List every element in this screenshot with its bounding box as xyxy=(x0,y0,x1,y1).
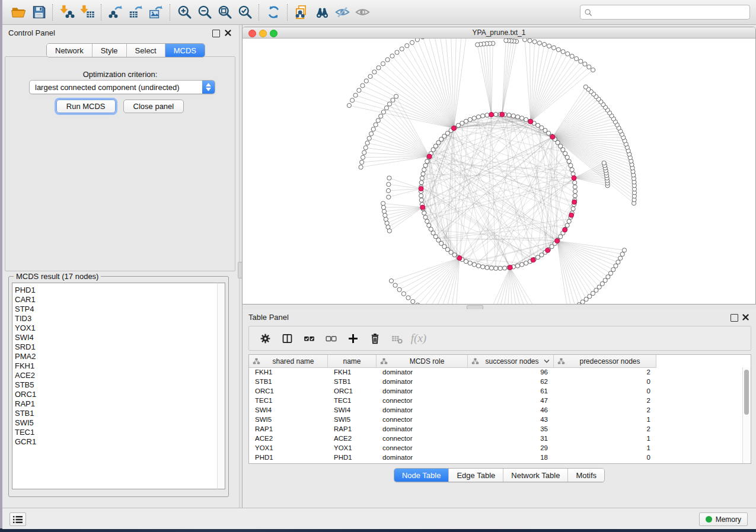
float-table-panel-icon[interactable] xyxy=(731,314,738,322)
zoom-out-icon[interactable] xyxy=(194,3,215,22)
mcds-result-item[interactable]: FKH1 xyxy=(15,361,217,371)
table-cell[interactable]: dominator xyxy=(377,378,468,385)
table-cell[interactable]: connector xyxy=(377,397,468,404)
column-header-name[interactable]: name xyxy=(328,355,377,367)
close-panel-button[interactable]: Close panel xyxy=(123,100,184,113)
table-cell[interactable]: dominator xyxy=(377,454,468,461)
network-canvas[interactable] xyxy=(243,39,755,305)
table-row[interactable]: STB1STB1dominator620 xyxy=(249,377,744,386)
tab-style[interactable]: Style xyxy=(92,44,127,57)
table-cell[interactable]: 62 xyxy=(468,378,554,385)
open-folder-icon[interactable] xyxy=(8,3,28,22)
mcds-result-item[interactable]: SRD1 xyxy=(15,342,217,352)
tab-network-table[interactable]: Network Table xyxy=(503,469,568,482)
column-header-successor-nodes[interactable]: successor nodes xyxy=(468,355,554,367)
table-cell[interactable]: 2 xyxy=(554,425,656,432)
table-cell[interactable]: ACE2 xyxy=(249,435,328,442)
tab-mcds[interactable]: MCDS xyxy=(165,44,205,57)
column-header-predecessor-nodes[interactable]: predecessor nodes xyxy=(554,355,656,367)
table-row[interactable]: TEC1TEC1connector472 xyxy=(249,396,744,405)
mcds-result-scrollbar[interactable] xyxy=(217,283,225,489)
tab-network[interactable]: Network xyxy=(47,44,92,57)
table-cell[interactable]: dominator xyxy=(377,425,468,432)
close-table-panel-icon[interactable] xyxy=(742,313,749,321)
table-cell[interactable]: 31 xyxy=(468,435,554,442)
table-cell[interactable]: 2 xyxy=(554,406,656,414)
table-cell[interactable]: STB1 xyxy=(328,378,377,385)
table-cell[interactable]: ORC1 xyxy=(328,387,377,395)
table-cell[interactable]: RAP1 xyxy=(328,425,377,432)
hide-selected-icon[interactable] xyxy=(332,3,352,22)
table-cell[interactable]: FKH1 xyxy=(249,368,328,376)
run-mcds-button[interactable]: Run MCDS xyxy=(56,100,116,113)
table-cell[interactable]: PHD1 xyxy=(249,454,328,461)
search-box[interactable] xyxy=(580,5,750,20)
table-cell[interactable]: 1 xyxy=(554,444,656,451)
zoom-selected-icon[interactable] xyxy=(235,3,255,22)
search-input[interactable] xyxy=(592,7,746,17)
table-cell[interactable]: 96 xyxy=(468,368,554,376)
table-cell[interactable]: 61 xyxy=(468,387,554,395)
table-cell[interactable]: 0 xyxy=(554,387,656,395)
tab-motifs[interactable]: Motifs xyxy=(568,469,604,482)
mcds-result-item[interactable]: TID3 xyxy=(15,314,217,323)
table-cell[interactable]: dominator xyxy=(377,368,468,376)
new-network-from-selection-icon[interactable] xyxy=(292,3,312,22)
table-cell[interactable]: 35 xyxy=(468,425,554,432)
table-cell[interactable]: connector xyxy=(377,435,468,442)
table-cell[interactable]: SWI4 xyxy=(249,406,328,414)
optimization-criterion-select[interactable]: largest connected component (undirected) xyxy=(29,80,215,94)
column-header-MCDS-role[interactable]: MCDS role xyxy=(377,355,468,367)
table-cell[interactable]: FKH1 xyxy=(328,368,377,376)
table-cell[interactable]: TEC1 xyxy=(249,397,328,404)
table-cell[interactable]: YOX1 xyxy=(249,444,328,451)
mcds-result-item[interactable]: SWI4 xyxy=(15,333,217,342)
mcds-result-item[interactable]: STB5 xyxy=(15,380,217,390)
table-cell[interactable]: 46 xyxy=(468,406,554,414)
close-panel-icon[interactable] xyxy=(224,28,232,36)
table-cell[interactable]: 18 xyxy=(468,454,554,461)
select-all-checkboxes-icon[interactable] xyxy=(300,329,318,347)
table-row[interactable]: PHD1PHD1dominator180 xyxy=(249,453,744,462)
deselect-all-checkboxes-icon[interactable] xyxy=(322,329,340,347)
mcds-result-item[interactable]: YOX1 xyxy=(15,323,217,333)
zoom-fit-icon[interactable] xyxy=(215,3,235,22)
delete-row-icon[interactable] xyxy=(366,329,384,347)
mcds-result-list[interactable]: PHD1CAR1STP4TID3YOX1SWI4SRD1PMA2FKH1ACE2… xyxy=(12,283,217,489)
table-cell[interactable]: 47 xyxy=(468,397,554,404)
mcds-result-item[interactable]: STB1 xyxy=(15,409,217,418)
table-cell[interactable]: 2 xyxy=(554,397,656,404)
table-cell[interactable]: 1 xyxy=(554,416,656,423)
export-network-icon[interactable] xyxy=(106,3,126,22)
table-cell[interactable]: PHD1 xyxy=(328,454,377,461)
export-image-icon[interactable] xyxy=(146,3,166,22)
table-cell[interactable]: STB1 xyxy=(249,378,328,385)
add-row-icon[interactable] xyxy=(344,329,362,347)
mcds-result-item[interactable]: CAR1 xyxy=(15,295,217,305)
table-cell[interactable]: connector xyxy=(377,444,468,451)
table-cell[interactable]: ACE2 xyxy=(328,435,377,442)
table-row[interactable]: YOX1YOX1connector291 xyxy=(249,443,744,453)
settings-gear-icon[interactable] xyxy=(256,329,274,347)
node-table-scrollbar[interactable] xyxy=(742,367,751,464)
table-row[interactable]: ACE2ACE2connector311 xyxy=(249,434,744,443)
table-row[interactable]: FKH1FKH1dominator962 xyxy=(249,367,744,377)
import-table-icon[interactable] xyxy=(77,3,97,22)
table-cell[interactable]: 1 xyxy=(554,435,656,442)
column-layout-icon[interactable] xyxy=(278,329,296,347)
float-panel-icon[interactable] xyxy=(212,30,220,37)
table-cell[interactable]: SWI5 xyxy=(328,416,377,423)
table-cell[interactable]: SWI5 xyxy=(249,416,328,423)
table-cell[interactable]: 29 xyxy=(468,444,554,451)
zoom-in-icon[interactable] xyxy=(174,3,194,22)
horizontal-splitter[interactable] xyxy=(243,305,756,309)
save-icon[interactable] xyxy=(28,3,49,22)
mcds-result-item[interactable]: RAP1 xyxy=(15,399,217,409)
table-cell[interactable]: 2 xyxy=(554,368,656,376)
task-history-button[interactable] xyxy=(9,512,26,526)
table-row[interactable]: SWI4SWI4dominator462 xyxy=(249,405,744,415)
tab-edge-table[interactable]: Edge Table xyxy=(449,469,503,482)
table-cell[interactable]: 0 xyxy=(554,454,656,461)
mcds-result-item[interactable]: PHD1 xyxy=(15,286,217,295)
table-cell[interactable]: TEC1 xyxy=(328,397,377,404)
